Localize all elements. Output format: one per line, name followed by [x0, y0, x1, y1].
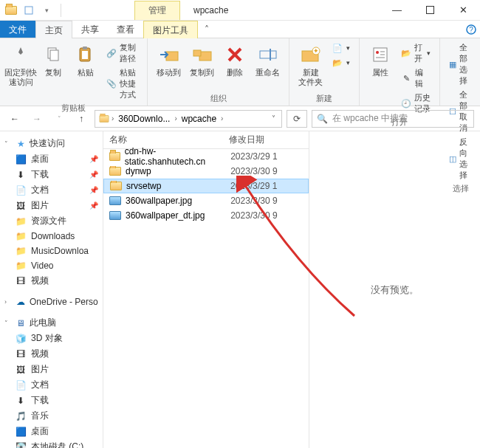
sidebar-item[interactable]: 📁资源文件: [0, 213, 103, 229]
paste-shortcut-button[interactable]: 📎粘贴快捷方式: [103, 66, 141, 101]
move-to-button[interactable]: 移动到: [154, 41, 184, 79]
properties-button[interactable]: 属性: [366, 41, 395, 79]
pictures-icon: 🖼: [15, 364, 27, 376]
chevron-down-icon: ˅: [4, 140, 12, 148]
column-name[interactable]: 名称: [103, 134, 229, 146]
paste-icon: [74, 43, 97, 66]
sidebar-item[interactable]: 🟦桌面📌: [0, 151, 103, 167]
breadcrumb-seg-1[interactable]: 360Downlo...: [115, 114, 173, 124]
path-icon: 🔗: [106, 47, 117, 59]
sidebar-onedrive[interactable]: › ☁ OneDrive - Perso: [0, 294, 103, 309]
tab-view[interactable]: 查看: [108, 21, 143, 38]
title-bar: ▾ 管理 wpcache — ✕: [0, 0, 480, 21]
sidebar-item[interactable]: 🖼图片: [0, 362, 103, 377]
sidebar-this-pc[interactable]: ˅ 🖥 此电脑: [0, 315, 103, 331]
new-folder-button[interactable]: ✦ 新建 文件夹: [295, 41, 326, 89]
sidebar-item[interactable]: 🟦桌面: [0, 424, 103, 439]
chevron-right-icon[interactable]: ›: [174, 114, 176, 123]
file-row[interactable]: 360wallpaper.jpg2023/3/30 9: [103, 193, 309, 208]
sidebar-item-label: Downloads: [31, 231, 75, 241]
file-list[interactable]: 名称 修改日期 cdn-hw-static.shanhutech.cn2023/…: [103, 131, 309, 448]
file-row[interactable]: srvsetwp2023/3/29 1: [103, 179, 309, 193]
forward-button[interactable]: →: [28, 110, 46, 128]
navigation-pane[interactable]: ˅ ★ 快速访问 🟦桌面📌⬇下载📌📄文档📌🖼图片📌📁资源文件📁Downloads…: [0, 131, 103, 448]
file-name: 360wallpaper.jpg: [126, 196, 192, 206]
sidebar-quick-access[interactable]: ˅ ★ 快速访问: [0, 136, 103, 151]
delete-button[interactable]: 删除: [220, 41, 250, 79]
tab-picture-tools[interactable]: 图片工具: [143, 21, 198, 38]
refresh-button[interactable]: ⟳: [287, 110, 307, 128]
minimize-button[interactable]: —: [380, 0, 414, 21]
qat-dropdown-icon[interactable]: ▾: [38, 2, 55, 18]
ribbon-group-open: 属性 📂打开 ▾ ✎编辑 🕘历史记录 打开: [360, 38, 440, 106]
help-icon[interactable]: ?: [462, 21, 480, 38]
copy-button[interactable]: 复制: [38, 41, 68, 79]
folder-icon: [109, 167, 121, 176]
sidebar-item[interactable]: 📁Downloads: [0, 229, 103, 244]
select-all-button[interactable]: ▦全部选择: [446, 41, 475, 87]
pin-to-quick-access-button[interactable]: 固定到快 速访问: [6, 41, 35, 89]
no-preview-text: 没有预览。: [371, 283, 419, 297]
sidebar-item[interactable]: 🧊3D 对象: [0, 331, 103, 346]
breadcrumb[interactable]: › 360Downlo... › wpcache › ˅: [95, 110, 282, 128]
paste-button[interactable]: 粘贴: [71, 41, 100, 79]
tab-home[interactable]: 主页: [35, 21, 72, 38]
properties-icon: [368, 43, 392, 66]
easy-access-button[interactable]: 📂▾: [329, 56, 353, 69]
tab-share[interactable]: 共享: [72, 21, 108, 38]
folder-icon: 📁: [15, 245, 27, 257]
sidebar-item[interactable]: 📄文档📌: [0, 182, 103, 198]
chevron-right-icon[interactable]: ›: [112, 114, 114, 123]
separator: [61, 4, 65, 17]
close-button[interactable]: ✕: [447, 0, 480, 21]
search-placeholder: 在 wpcache 中搜索: [332, 112, 408, 125]
maximize-button[interactable]: [414, 0, 447, 21]
file-row[interactable]: cdn-hw-static.shanhutech.cn2023/3/29 1: [103, 149, 309, 164]
file-date: 2023/3/30 9: [230, 166, 308, 176]
open-button[interactable]: 📂打开 ▾: [398, 41, 433, 65]
file-pane: 名称 修改日期 cdn-hw-static.shanhutech.cn2023/…: [103, 131, 480, 448]
sidebar-item-label: 资源文件: [31, 215, 66, 227]
sidebar-item-label: 本地磁盘 (C:): [31, 441, 83, 448]
new-item-button[interactable]: 📄▾: [329, 41, 353, 55]
search-input[interactable]: 🔍 在 wpcache 中搜索: [312, 110, 474, 128]
breadcrumb-dropdown-icon[interactable]: ˅: [269, 114, 278, 123]
file-row[interactable]: dynwp2023/3/30 9: [103, 164, 309, 179]
sidebar-item[interactable]: 🎵音乐: [0, 408, 103, 424]
folder-icon: 📁: [15, 230, 27, 242]
back-button[interactable]: ←: [6, 110, 24, 128]
column-date[interactable]: 修改日期: [229, 134, 309, 146]
pin-icon: 📌: [89, 170, 98, 179]
edit-button[interactable]: ✎编辑: [398, 66, 433, 90]
sidebar-item[interactable]: 🎞视频: [0, 346, 103, 362]
sidebar-item[interactable]: 📄文档: [0, 377, 103, 393]
sidebar-item[interactable]: 📁MusicDownloa: [0, 244, 103, 258]
tab-file[interactable]: 文件: [0, 21, 35, 38]
sidebar-item-label: 图片: [31, 199, 49, 212]
folder-icon: [98, 113, 110, 125]
recent-locations-icon[interactable]: ˅: [50, 110, 68, 128]
sidebar-item[interactable]: ⬇下载: [0, 393, 103, 408]
sidebar-item-label: MusicDownloa: [31, 246, 89, 256]
sidebar-item[interactable]: 💽本地磁盘 (C:): [0, 439, 103, 448]
copy-to-button[interactable]: 复制到: [187, 41, 217, 79]
folder-icon: 📁: [15, 260, 27, 272]
sidebar-item[interactable]: 🖼图片📌: [0, 198, 103, 213]
sidebar-item[interactable]: ⬇下载📌: [0, 167, 103, 182]
sidebar-item-label: 文档: [31, 379, 49, 391]
file-row[interactable]: 360wallpaper_dt.jpg2023/3/30 9: [103, 208, 309, 223]
chevron-right-icon[interactable]: ›: [221, 114, 223, 123]
rename-button[interactable]: 重命名: [253, 41, 283, 79]
breadcrumb-seg-2[interactable]: wpcache: [179, 114, 219, 124]
qat-properties-icon[interactable]: [21, 2, 37, 18]
copy-path-button[interactable]: 🔗复制路径: [103, 41, 141, 65]
up-button[interactable]: ↑: [72, 110, 90, 128]
main-area: ˅ ★ 快速访问 🟦桌面📌⬇下载📌📄文档📌🖼图片📌📁资源文件📁Downloads…: [0, 131, 480, 448]
chevron-right-icon: ›: [4, 298, 12, 306]
sidebar-item[interactable]: 🎞视频: [0, 273, 103, 289]
ribbon-collapse-icon[interactable]: ˄: [198, 21, 216, 38]
sidebar-item[interactable]: 📁Video: [0, 258, 103, 273]
select-all-icon: ▦: [449, 58, 456, 70]
downloads-icon: ⬇: [15, 395, 27, 407]
video-icon: 🎞: [15, 275, 27, 287]
